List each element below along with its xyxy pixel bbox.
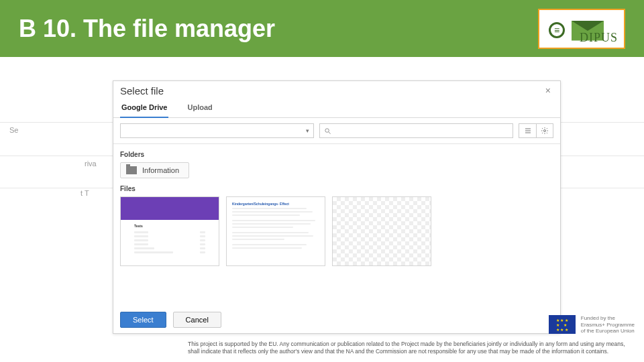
file-thumbnail[interactable] (332, 196, 431, 266)
thumbnail-title: Kindergarten/Schuleingangs- Effect (232, 201, 319, 206)
select-button[interactable]: Select (120, 312, 166, 328)
dipus-logo: DIPUS (538, 9, 625, 49)
eu-funding-badge: ★ ★ ★★ ★★ ★ ★ Funded by the Erasmus+ Pro… (549, 315, 635, 335)
breadcrumb-dropdown[interactable]: ▾ (120, 123, 314, 138)
slide-header: B 10. The file manager DIPUS (0, 0, 644, 57)
folder-icon (126, 166, 137, 174)
gear-icon (541, 127, 549, 135)
bg-text-fragment: Se (9, 126, 18, 134)
folders-section-label: Folders (120, 151, 553, 158)
file-thumbnail[interactable]: Kindergarten/Schuleingangs- Effect (226, 196, 325, 266)
file-thumbnail[interactable]: Tests (120, 196, 219, 266)
tab-label: Google Drive (121, 103, 167, 111)
select-file-dialog: Select file × Google Drive Upload ▾ Fold… (113, 80, 561, 334)
files-section-label: Files (120, 185, 553, 192)
logo-text: DIPUS (580, 31, 618, 45)
disclaimer-text: This project is supported by the EU. Any… (188, 341, 637, 355)
svg-point-0 (325, 128, 329, 132)
search-icon (324, 127, 331, 135)
svg-point-5 (544, 130, 546, 132)
thumbnail-title: Tests (134, 224, 205, 228)
dialog-footer: Select Cancel (113, 306, 560, 333)
folder-name: Information (142, 166, 179, 174)
list-view-button[interactable] (519, 123, 536, 138)
eu-flag-icon: ★ ★ ★★ ★★ ★ ★ (549, 315, 576, 334)
thumbnail-body: Kindergarten/Schuleingangs- Effect (227, 197, 325, 253)
file-browser-body: Folders Information Files Tests (113, 143, 560, 306)
tab-google-drive[interactable]: Google Drive (120, 99, 168, 118)
bg-text-fragment: t T (80, 189, 89, 197)
chevron-down-icon: ▾ (306, 127, 309, 134)
settings-button[interactable] (536, 123, 553, 138)
view-controls (519, 123, 553, 138)
tab-upload[interactable]: Upload (186, 99, 213, 117)
eu-line: Funded by the (581, 315, 635, 322)
tab-label: Upload (187, 103, 212, 111)
search-input[interactable] (319, 123, 513, 138)
dialog-titlebar: Select file × (113, 81, 560, 99)
file-toolbar: ▾ (113, 118, 560, 143)
eu-line: of the European Union (581, 328, 635, 335)
list-icon (524, 127, 532, 135)
close-button[interactable]: × (543, 85, 553, 97)
files-grid: Tests Kindergarten/Schuleingangs- Effect (120, 196, 553, 266)
eu-funding-text: Funded by the Erasmus+ Programme of the … (581, 315, 635, 335)
svg-line-1 (329, 131, 331, 133)
cancel-button[interactable]: Cancel (173, 312, 221, 328)
bg-text-fragment: riva (85, 160, 97, 168)
dialog-title: Select file (120, 85, 164, 97)
eu-line: Erasmus+ Programme (581, 322, 635, 328)
thumbnail-header (121, 197, 219, 220)
thumbnail-body: Tests (130, 220, 209, 266)
slide-title: B 10. The file manager (19, 15, 275, 43)
transparent-image-icon (333, 197, 431, 265)
folder-item[interactable]: Information (120, 162, 189, 178)
plug-icon (549, 22, 565, 38)
eu-stars: ★ ★ ★★ ★★ ★ ★ (549, 315, 576, 334)
source-tabs: Google Drive Upload (113, 99, 560, 118)
